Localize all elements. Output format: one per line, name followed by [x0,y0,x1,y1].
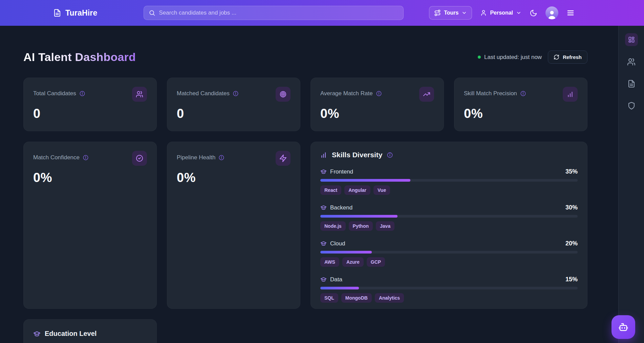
search-icon [149,9,155,16]
stats-row-1: Total Candidates 0 Matched Candidates [23,78,587,131]
skill-name: Cloud [330,240,345,247]
dark-mode-toggle[interactable] [530,9,537,17]
tours-button[interactable]: Tours [429,6,472,20]
user-icon [480,9,487,16]
stat-card-skill-match-precision: Skill Match Precision 0% [454,78,587,131]
users-icon [627,58,636,66]
account-label: Personal [490,10,513,16]
stats-row-3: Education Level [23,319,587,343]
stat-value: 0% [464,106,578,121]
hamburger-menu-button[interactable] [566,9,575,17]
info-icon[interactable] [520,90,526,97]
progress-bar [320,251,578,254]
info-icon[interactable] [233,90,239,97]
person-icon [547,9,557,19]
stat-card-matched-candidates: Matched Candidates 0 [167,78,300,131]
sidebar-item-documents[interactable] [625,77,638,90]
skill-tag: Analytics [375,293,404,303]
search-input[interactable] [159,9,399,16]
menu-icon [566,9,575,17]
skill-name: Data [330,276,342,283]
graduation-cap-icon [33,330,41,338]
page-title-accent: Dashboard [75,51,136,63]
users-icon [132,87,147,102]
info-icon[interactable] [79,90,85,97]
zap-icon [276,151,291,166]
right-sidebar [618,26,644,343]
stat-card-average-match-rate: Average Match Rate 0% [310,78,444,131]
progress-fill [320,287,359,289]
skill-row-data: Data 15% SQL MongoDB Analytics [320,276,578,303]
skill-percent: 15% [565,276,578,283]
education-level-panel: Education Level [23,319,157,343]
skill-name: Frontend [330,168,353,175]
ai-assistant-fab[interactable] [611,315,635,339]
chevron-down-icon [516,10,521,16]
sidebar-item-security[interactable] [625,99,638,112]
file-text-icon [53,9,61,17]
chevron-down-icon [461,10,467,16]
stat-card-match-confidence: Match Confidence 0% [23,142,157,309]
refresh-icon [554,54,559,60]
header-actions: Last updated: just now Refresh [478,51,587,64]
skill-tag: React [320,185,341,195]
graduation-cap-icon [320,240,327,247]
avatar[interactable] [545,6,558,19]
status-dot [478,56,481,59]
panel-title: Skills Diversity [332,151,382,159]
refresh-button[interactable]: Refresh [548,51,587,64]
brand-name: TuraHire [65,8,97,18]
refresh-label: Refresh [563,54,582,60]
skill-tag: Python [349,221,373,231]
skill-tag: MongoDB [341,293,372,303]
stat-value: 0% [33,170,147,185]
stat-label: Pipeline Health [177,154,215,161]
skill-tag: SQL [320,293,338,303]
info-icon[interactable] [218,155,224,161]
stat-value: 0 [33,106,147,121]
stat-label: Average Match Rate [320,90,373,97]
stat-card-pipeline-health: Pipeline Health 0% [167,142,300,309]
skill-row-backend: Backend 30% Node.js Python Java [320,204,578,231]
topbar: TuraHire Tours Personal [0,0,644,26]
dashboard-icon [628,36,635,43]
shield-icon [627,102,636,110]
main-content: AI Talent Dashboard Last updated: just n… [0,26,618,343]
graduation-cap-icon [320,276,327,283]
progress-fill [320,179,410,182]
tours-label: Tours [444,10,458,16]
info-icon[interactable] [387,152,393,158]
search-bar [144,6,404,20]
bar-chart-icon [320,152,327,159]
page-title-main: AI Talent [23,51,72,63]
stat-value: 0% [320,106,434,121]
last-updated: Last updated: just now [478,54,542,61]
skill-percent: 20% [565,240,578,247]
account-menu-button[interactable]: Personal [480,9,521,16]
skills-diversity-panel: Skills Diversity Frontend 35% React An [310,142,587,309]
moon-icon [530,9,537,17]
document-icon [627,80,636,88]
skill-percent: 35% [565,168,578,175]
bar-chart-icon [563,87,578,102]
graduation-cap-icon [320,204,327,211]
stats-row-2: Match Confidence 0% Pipeline Health [23,142,587,309]
page-title: AI Talent Dashboard [23,51,136,64]
graduation-cap-icon [320,168,327,175]
stat-label: Matched Candidates [177,90,230,97]
panel-title: Education Level [45,330,96,338]
progress-bar [320,287,578,289]
brand[interactable]: TuraHire [53,8,97,18]
sidebar-item-dashboard[interactable] [625,33,638,46]
skill-tag: GCP [367,257,385,267]
target-icon [276,87,291,102]
skill-row-cloud: Cloud 20% AWS Azure GCP [320,240,578,267]
skill-tag: AWS [320,257,339,267]
skill-tag: Node.js [320,221,346,231]
check-circle-icon [132,151,147,166]
progress-fill [320,215,398,218]
info-icon[interactable] [83,155,89,161]
stat-label: Skill Match Precision [464,90,517,97]
sidebar-item-candidates[interactable] [625,55,638,68]
info-icon[interactable] [376,90,382,97]
